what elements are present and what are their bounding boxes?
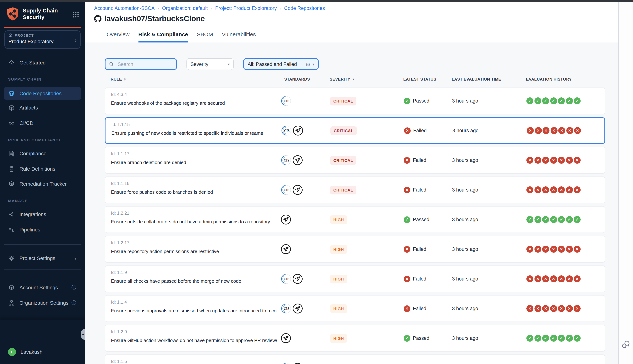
history-fail-icon[interactable]: ✕ [566,186,573,193]
history-fail-icon[interactable]: ✕ [526,157,533,164]
sidebar-item-cicd[interactable]: CI/CD [4,117,81,129]
history-fail-icon[interactable]: ✕ [526,186,533,193]
rule-row-1.1.5[interactable]: Id: 1.1.5CISHIGH✕Failed3 hours ago✕✕✕✕✕✕… [105,354,605,364]
history-fail-icon[interactable]: ✕ [566,246,573,253]
history-fail-icon[interactable]: ✕ [574,127,581,134]
history-fail-icon[interactable]: ✕ [558,276,565,282]
history-pass-icon[interactable]: ✓ [558,98,565,104]
history-fail-icon[interactable]: ✕ [558,127,565,134]
sidebar-item-integrations[interactable]: Integrations [4,208,81,220]
history-fail-icon[interactable]: ✕ [542,246,549,253]
rule-row-1.2.21[interactable]: Id: 1.2.21Ensure outside collaborators d… [105,206,605,233]
history-pass-icon[interactable]: ✓ [574,335,580,342]
status-filter-dropdown[interactable]: All: Passed and Failed ⊗ ▾ [243,58,319,70]
history-pass-icon[interactable]: ✓ [558,335,565,342]
sidebar-item-compliance[interactable]: Compliance [4,147,81,160]
sort-icon[interactable]: ▲▼ [124,77,126,81]
breadcrumb-link[interactable]: Account: Automation-SSCA [94,6,154,11]
sort-desc-icon[interactable]: ▼ [352,78,355,81]
history-fail-icon[interactable]: ✕ [542,186,549,193]
history-fail-icon[interactable]: ✕ [526,305,533,312]
history-fail-icon[interactable]: ✕ [534,246,541,253]
rule-row-1.1.16[interactable]: Id: 1.1.16Ensure force pushes code to br… [105,176,605,203]
history-fail-icon[interactable]: ✕ [550,276,557,282]
breadcrumb-link[interactable]: Project: Product Exploratory [215,6,277,11]
project-switcher[interactable]: PROJECT Product Exploratory › [4,30,80,49]
rule-row-1.2.9[interactable]: Id: 1.2.9Ensure GitHub action workflows … [105,325,605,352]
history-pass-icon[interactable]: ✓ [526,98,533,104]
breadcrumb-link[interactable]: Code Repositories [284,6,325,11]
history-pass-icon[interactable]: ✓ [534,98,541,104]
history-fail-icon[interactable]: ✕ [542,157,549,164]
column-header-rule[interactable]: RULE▲▼ [105,77,277,81]
history-fail-icon[interactable]: ✕ [535,127,542,134]
history-fail-icon[interactable]: ✕ [574,157,580,164]
history-fail-icon[interactable]: ✕ [558,157,565,164]
history-fail-icon[interactable]: ✕ [550,186,557,193]
chat-help-icon[interactable] [620,340,631,350]
history-fail-icon[interactable]: ✕ [527,127,534,134]
clear-filter-icon[interactable]: ⊗ [306,61,310,67]
history-pass-icon[interactable]: ✓ [534,335,541,342]
history-pass-icon[interactable]: ✓ [526,216,533,223]
history-fail-icon[interactable]: ✕ [550,246,557,253]
sidebar-item-orgset[interactable]: Organization Settingsⓘ [4,296,81,309]
sidebar-user[interactable]: LLavakush [4,346,81,358]
search-input[interactable] [117,61,173,67]
history-fail-icon[interactable]: ✕ [574,186,580,193]
history-pass-icon[interactable]: ✓ [534,216,541,223]
history-pass-icon[interactable]: ✓ [566,335,573,342]
rule-row-1.1.15[interactable]: Id: 1.1.15Ensure pushing of new code is … [105,117,605,144]
tab-sbom[interactable]: SBOM [197,27,213,42]
sidebar-item-ruledefs[interactable]: Rule Definitions [4,162,81,175]
history-pass-icon[interactable]: ✓ [542,98,549,104]
breadcrumb-link[interactable]: Organization: default [162,6,208,11]
sidebar-item-projset[interactable]: Project Settings› [4,252,81,264]
history-fail-icon[interactable]: ✕ [566,127,573,134]
history-fail-icon[interactable]: ✕ [566,157,573,164]
history-fail-icon[interactable]: ✕ [574,276,580,282]
rule-row-4.3.4[interactable]: Id: 4.3.4Ensure webhooks of the package … [105,88,605,114]
info-icon[interactable]: ⓘ [72,300,76,306]
sidebar-item-getstarted[interactable]: Get Started [4,56,81,69]
history-pass-icon[interactable]: ✓ [574,98,580,104]
sidebar-item-coderepos[interactable]: Code Repositories [4,87,81,100]
history-fail-icon[interactable]: ✕ [534,186,541,193]
rule-row-1.2.17[interactable]: Id: 1.2.17Ensure repository action permi… [105,236,605,262]
history-pass-icon[interactable]: ✓ [542,335,549,342]
column-header-sev[interactable]: SEVERITY▼ [330,77,403,81]
rule-row-1.1.9[interactable]: Id: 1.1.9Ensure all checks have passed b… [105,266,605,292]
history-pass-icon[interactable]: ✓ [566,98,573,104]
history-fail-icon[interactable]: ✕ [558,305,565,312]
tab-overview[interactable]: Overview [106,27,130,42]
history-fail-icon[interactable]: ✕ [558,246,565,253]
history-fail-icon[interactable]: ✕ [550,157,557,164]
tab-risk-compliance[interactable]: Risk & Compliance [138,27,188,42]
history-fail-icon[interactable]: ✕ [550,305,557,312]
sidebar-collapse-handle[interactable]: ◀ [81,329,85,340]
history-fail-icon[interactable]: ✕ [566,305,573,312]
history-fail-icon[interactable]: ✕ [550,127,557,134]
sidebar-item-accset[interactable]: Account Settingsⓘ [4,281,81,294]
history-fail-icon[interactable]: ✕ [558,186,565,193]
history-fail-icon[interactable]: ✕ [574,305,580,312]
history-fail-icon[interactable]: ✕ [542,305,549,312]
history-pass-icon[interactable]: ✓ [542,216,549,223]
history-pass-icon[interactable]: ✓ [574,216,580,223]
history-fail-icon[interactable]: ✕ [566,276,573,282]
sidebar-item-artifacts[interactable]: Artifacts [4,102,81,114]
history-pass-icon[interactable]: ✓ [550,98,557,104]
history-fail-icon[interactable]: ✕ [574,246,580,253]
history-fail-icon[interactable]: ✕ [542,276,549,282]
history-pass-icon[interactable]: ✓ [526,335,533,342]
history-fail-icon[interactable]: ✕ [534,305,541,312]
rule-row-1.1.17[interactable]: Id: 1.1.17Ensure branch deletions are de… [105,147,605,174]
sidebar-item-remediation[interactable]: Remediation Tracker [4,178,81,190]
history-fail-icon[interactable]: ✕ [534,276,541,282]
history-fail-icon[interactable]: ✕ [526,246,533,253]
history-fail-icon[interactable]: ✕ [526,276,533,282]
history-pass-icon[interactable]: ✓ [550,216,557,223]
app-grid-icon[interactable] [72,11,79,18]
info-icon[interactable]: ⓘ [72,284,76,291]
rule-row-1.1.4[interactable]: Id: 1.1.4Ensure previous approvals are d… [105,295,605,322]
